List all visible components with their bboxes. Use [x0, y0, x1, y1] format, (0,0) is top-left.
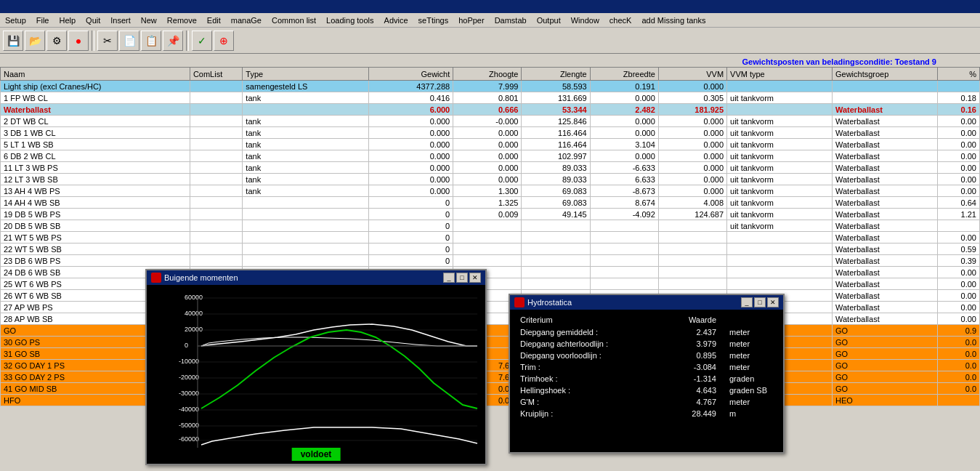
table-cell — [727, 232, 833, 243]
table-cell — [727, 81, 833, 92]
menu-loading-tools[interactable]: Loading tools — [324, 15, 376, 25]
menu-check[interactable]: checK — [607, 15, 634, 25]
table-cell — [522, 243, 590, 255]
table-cell: 0.0 — [937, 383, 979, 395]
menu-new[interactable]: New — [139, 15, 159, 25]
hydro-minimize-btn[interactable]: _ — [741, 297, 753, 307]
table-row[interactable]: 11 LT 3 WB PStank0.0000.00089.033-6.6330… — [1, 162, 980, 174]
table-row[interactable]: 6 DB 2 WB CLtank0.0000.000102.9970.0000.… — [1, 150, 980, 162]
col-zhoogte: Zhoogte — [453, 68, 522, 81]
hydro-waarde: -1.314 — [679, 374, 722, 384]
menu-remove[interactable]: Remove — [165, 15, 199, 25]
menu-output[interactable]: Output — [535, 15, 563, 25]
table-row[interactable]: 19 DB 5 WB PS00.00949.145-4.092124.687ui… — [1, 209, 980, 220]
chart-minimize-btn[interactable]: _ — [443, 273, 455, 283]
table-row[interactable]: 13 AH 4 WB PStank0.0001.30069.083-8.6730… — [1, 185, 980, 197]
toolbar-btn-doc[interactable]: 📄 — [119, 31, 139, 51]
table-cell: 0.64 — [937, 197, 979, 209]
table-cell: Waterballast — [832, 197, 937, 209]
chart-window-controls: _ □ ✕ — [443, 273, 481, 283]
toolbar-btn-check[interactable]: ✓ — [192, 31, 212, 51]
table-cell: tank — [243, 116, 369, 127]
table-cell: 0.000 — [658, 150, 726, 162]
toolbar-btn-red[interactable]: ● — [68, 31, 89, 51]
menu-window[interactable]: Window — [569, 15, 602, 25]
table-row[interactable]: 22 WT 5 WB SB0Waterballast0.59 — [1, 243, 980, 255]
menu-common-list[interactable]: Common list — [270, 15, 318, 25]
table-cell: 0 — [369, 243, 453, 255]
toolbar-btn-scissors[interactable]: ✂ — [97, 31, 118, 51]
hydro-col-criterium: Criterium — [514, 314, 677, 326]
table-cell: 0.00 — [937, 174, 979, 185]
menu-settings[interactable]: seTtings — [416, 15, 451, 25]
menu-file[interactable]: File — [34, 15, 52, 25]
hydro-content: Criterium Waarde Diepgang gemiddeld :2.4… — [510, 310, 783, 423]
col-groep: Gewichtsgroep — [832, 68, 937, 81]
hydro-waarde: 28.449 — [679, 408, 722, 419]
menu-hopper[interactable]: hoPper — [456, 15, 486, 25]
table-row[interactable]: 14 AH 4 WB SB01.32569.0838.6744.008uit t… — [1, 197, 980, 209]
table-cell — [590, 278, 658, 290]
main-content: Gewichtsposten van beladingsconditie: To… — [0, 54, 980, 471]
menu-setup[interactable]: Setup — [3, 15, 28, 25]
menu-add-missing-tanks[interactable]: add Missing tanks — [639, 15, 708, 25]
table-cell: 0.00 — [937, 162, 979, 174]
table-cell: 0.59 — [937, 243, 979, 255]
menu-quit[interactable]: Quit — [84, 15, 102, 25]
hydro-window-icon — [514, 297, 525, 307]
hydro-table: Criterium Waarde Diepgang gemiddeld :2.4… — [513, 313, 780, 420]
table-cell: GO — [832, 383, 937, 395]
table-cell: tank — [243, 127, 369, 139]
col-vvmtype: VVM type — [727, 68, 833, 81]
toolbar-btn-gear[interactable]: ⚙ — [46, 31, 67, 51]
table-cell: Waterballast — [832, 104, 937, 116]
menu-manage[interactable]: manaGe — [229, 15, 264, 25]
table-cell — [832, 81, 937, 92]
menu-advice[interactable]: Advice — [382, 15, 410, 25]
toolbar-btn-lifesaver[interactable]: ⊕ — [214, 31, 234, 51]
table-cell — [727, 267, 833, 278]
table-cell: 20 DB 5 WB SB — [1, 220, 190, 232]
table-cell: tank — [243, 185, 369, 197]
chart-maximize-btn[interactable]: □ — [456, 273, 468, 283]
hydro-maximize-btn[interactable]: □ — [754, 297, 766, 307]
table-cell: Waterballast — [832, 232, 937, 243]
table-row[interactable]: 2 DT WB CLtank0.000-0.000125.8460.0000.0… — [1, 116, 980, 127]
hydro-table-row: Hellingshoek :4.643graden SB — [514, 385, 779, 395]
chart-close-btn[interactable]: ✕ — [469, 273, 481, 283]
table-cell: uit tankvorm — [727, 116, 833, 127]
table-cell — [727, 278, 833, 290]
table-row[interactable]: 1 FP WB CLtank0.4160.801131.6690.0000.30… — [1, 92, 980, 104]
table-cell: uit tankvorm — [727, 139, 833, 150]
menu-insert[interactable]: Insert — [108, 15, 133, 25]
table-cell: 0.39 — [937, 255, 979, 267]
table-row[interactable]: 21 WT 5 WB PS0Waterballast0.00 — [1, 232, 980, 243]
table-row[interactable]: 12 LT 3 WB SBtank0.0000.00089.0336.6330.… — [1, 174, 980, 185]
table-row[interactable]: Waterballast6.0000.66653.3442.482181.925… — [1, 104, 980, 116]
table-row[interactable]: 20 DB 5 WB SB0uit tankvormWaterballast — [1, 220, 980, 232]
table-cell — [522, 232, 590, 243]
svg-text:20000: 20000 — [185, 326, 203, 333]
toolbar-btn-folder[interactable]: 📂 — [25, 31, 45, 51]
table-cell: 0.666 — [453, 104, 522, 116]
chart-canvas: 60000 40000 20000 0 -10000 -20000 -30000… — [147, 285, 485, 464]
table-cell: 1 FP WB CL — [1, 92, 190, 104]
table-cell: uit tankvorm — [727, 197, 833, 209]
table-cell: 131.669 — [522, 92, 590, 104]
menu-help[interactable]: Help — [57, 15, 78, 25]
table-row[interactable]: 23 DB 6 WB PS0Waterballast0.39 — [1, 255, 980, 267]
toolbar-btn-copy[interactable]: 📋 — [141, 31, 161, 51]
table-cell: 19 DB 5 WB PS — [1, 209, 190, 220]
svg-text:-40000: -40000 — [179, 406, 199, 413]
toolbar-btn-floppy[interactable]: 💾 — [3, 31, 23, 51]
toolbar-separator-2 — [186, 31, 189, 51]
menu-edit[interactable]: Edit — [205, 15, 223, 25]
table-cell — [190, 220, 242, 232]
table-row[interactable]: Light ship (excl Cranes/HC)samengesteld … — [1, 81, 980, 92]
table-row[interactable]: 3 DB 1 WB CLtank0.0000.000116.4640.0000.… — [1, 127, 980, 139]
hydro-close-btn[interactable]: ✕ — [767, 297, 779, 307]
toolbar-btn-paste[interactable]: 📌 — [163, 31, 183, 51]
menu-damstab[interactable]: Damstab — [493, 15, 529, 25]
table-cell — [190, 139, 242, 150]
table-row[interactable]: 5 LT 1 WB SBtank0.0000.000116.4643.1040.… — [1, 139, 980, 150]
